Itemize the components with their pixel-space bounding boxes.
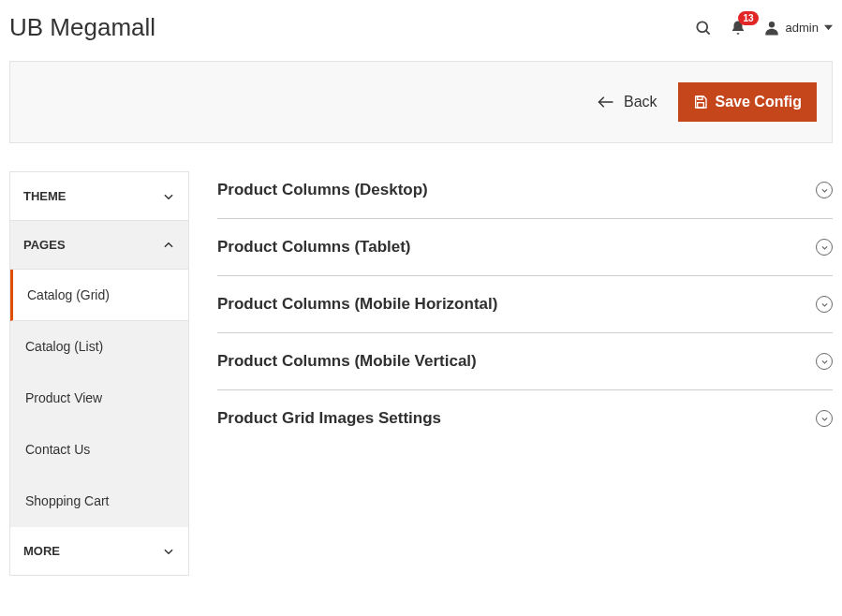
sidebar-item-label: Product View xyxy=(25,390,102,405)
sidebar-panel-label: MORE xyxy=(23,544,60,558)
sidebar-pages-list: Catalog (Grid) Catalog (List) Product Vi… xyxy=(10,270,188,527)
sidebar-item-shopping-cart[interactable]: Shopping Cart xyxy=(10,476,188,527)
actions-bar: Back Save Config xyxy=(9,61,833,143)
sidebar-item-catalog-list[interactable]: Catalog (List) xyxy=(10,321,188,373)
sidebar-item-label: Contact Us xyxy=(25,442,90,457)
search-icon[interactable] xyxy=(694,19,713,37)
chevron-down-icon xyxy=(162,190,175,203)
section-title: Product Columns (Mobile Horizontal) xyxy=(217,295,497,314)
caret-down-icon xyxy=(824,23,833,32)
page-title: UB Megamall xyxy=(9,13,155,42)
svg-line-1 xyxy=(705,30,709,34)
section-product-columns-desktop[interactable]: Product Columns (Desktop) xyxy=(217,171,833,219)
back-button[interactable]: Back xyxy=(598,94,657,110)
user-name-label: admin xyxy=(786,21,819,35)
section-title: Product Grid Images Settings xyxy=(217,409,441,428)
expand-icon xyxy=(816,410,833,427)
svg-point-0 xyxy=(697,22,707,32)
section-title: Product Columns (Mobile Vertical) xyxy=(217,352,477,371)
sidebar-panel-more[interactable]: MORE xyxy=(10,527,188,575)
expand-icon xyxy=(816,239,833,256)
section-product-columns-mobile-vertical[interactable]: Product Columns (Mobile Vertical) xyxy=(217,333,833,390)
chevron-up-icon xyxy=(162,239,175,252)
header-top: UB Megamall 13 admin xyxy=(0,0,842,51)
sidebar-panel-pages[interactable]: PAGES xyxy=(10,221,188,270)
main-panel: Product Columns (Desktop) Product Column… xyxy=(217,171,833,576)
chevron-down-icon xyxy=(162,545,175,558)
notifications-button[interactable]: 13 xyxy=(730,19,746,37)
expand-icon xyxy=(816,296,833,313)
content: THEME PAGES Catalog (Grid) Catalog (List… xyxy=(0,171,842,576)
back-label: Back xyxy=(624,94,657,110)
sidebar-item-contact-us[interactable]: Contact Us xyxy=(10,424,188,476)
user-icon xyxy=(763,20,780,37)
sidebar-panel-label: PAGES xyxy=(23,238,66,252)
section-product-columns-mobile-horizontal[interactable]: Product Columns (Mobile Horizontal) xyxy=(217,276,833,333)
section-product-columns-tablet[interactable]: Product Columns (Tablet) xyxy=(217,219,833,276)
save-icon xyxy=(693,95,708,110)
sidebar: THEME PAGES Catalog (Grid) Catalog (List… xyxy=(9,171,189,576)
user-menu[interactable]: admin xyxy=(763,20,833,37)
section-title: Product Columns (Tablet) xyxy=(217,238,411,257)
svg-rect-4 xyxy=(697,96,702,99)
sidebar-panel-label: THEME xyxy=(23,189,66,203)
header-icons: 13 admin xyxy=(694,19,833,37)
svg-rect-5 xyxy=(697,103,703,108)
arrow-left-icon xyxy=(598,95,614,109)
sidebar-item-label: Catalog (List) xyxy=(25,339,103,354)
sidebar-item-catalog-grid[interactable]: Catalog (Grid) xyxy=(10,270,188,321)
save-label: Save Config xyxy=(716,94,802,110)
sidebar-item-product-view[interactable]: Product View xyxy=(10,373,188,424)
sidebar-item-label: Catalog (Grid) xyxy=(27,287,110,302)
section-product-grid-images-settings[interactable]: Product Grid Images Settings xyxy=(217,390,833,447)
expand-icon xyxy=(816,182,833,198)
sidebar-item-label: Shopping Cart xyxy=(25,493,110,508)
sidebar-panel-theme[interactable]: THEME xyxy=(10,172,188,221)
section-title: Product Columns (Desktop) xyxy=(217,181,428,199)
svg-point-2 xyxy=(768,22,774,27)
save-config-button[interactable]: Save Config xyxy=(678,82,817,122)
expand-icon xyxy=(816,353,833,370)
notification-count-badge: 13 xyxy=(738,11,758,25)
